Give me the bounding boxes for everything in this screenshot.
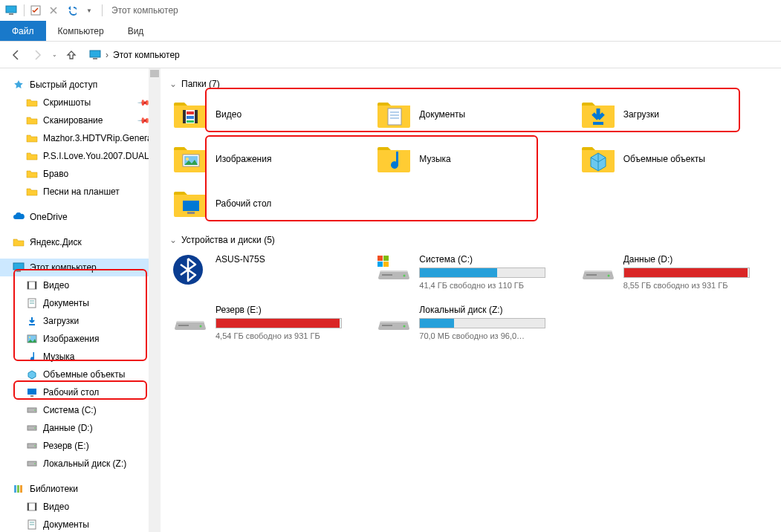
sidebar-item[interactable]: Резерв (E:) <box>0 437 161 455</box>
window-title: Этот компьютер <box>111 5 178 16</box>
drive-icon <box>172 254 208 284</box>
sidebar-item[interactable]: Сканирование📌 <box>0 111 161 129</box>
tab-view[interactable]: Вид <box>116 21 156 41</box>
sidebar-item[interactable]: Документы <box>0 516 161 532</box>
svg-point-23 <box>34 445 36 447</box>
item-icon <box>25 518 39 531</box>
sidebar-item[interactable]: Данные (D:) <box>0 419 161 437</box>
sidebar-item[interactable]: Видео <box>0 276 161 294</box>
breadcrumb-location[interactable]: Этот компьютер <box>113 50 180 60</box>
folder-icon <box>12 236 25 249</box>
sidebar-item[interactable]: Загрузки <box>0 312 161 330</box>
folder-icon <box>25 96 39 109</box>
svg-rect-4 <box>93 58 97 59</box>
sidebar-item[interactable]: P.S.I.Love.You.2007.DUAL.BDRip <box>0 147 161 165</box>
svg-rect-49 <box>187 212 195 214</box>
item-icon <box>25 403 39 417</box>
svg-point-25 <box>34 463 36 464</box>
folder-icon <box>25 149 39 163</box>
folder-icon <box>376 144 412 174</box>
drive-item[interactable]: Данные (D:)8,55 ГБ свободно из 931 ГБ <box>577 251 772 293</box>
folder-icon <box>25 132 39 145</box>
sidebar-item[interactable]: Рабочий стол <box>0 383 161 401</box>
chevron-down-icon: ⌄ <box>169 235 177 245</box>
folder-item[interactable]: Видео <box>169 95 364 134</box>
sidebar-item[interactable]: Объемные объекты <box>0 366 161 383</box>
qat-properties-icon[interactable] <box>27 2 44 19</box>
sidebar-quick-access[interactable]: Быстрый доступ <box>0 76 161 94</box>
breadcrumb[interactable]: › Этот компьютер <box>89 50 180 60</box>
drive-item[interactable]: Система (C:)41,4 ГБ свободно из 110 ГБ <box>373 251 568 293</box>
folder-icon <box>172 100 208 129</box>
sidebar-libraries[interactable]: Библиотеки <box>0 480 161 498</box>
item-icon <box>25 350 39 363</box>
svg-point-15 <box>29 337 30 338</box>
qat-dropdown-icon[interactable]: ▼ <box>81 2 97 19</box>
sidebar-yandex[interactable]: Яндекс.Диск <box>0 233 161 251</box>
drive-name: ASUS-N75S <box>215 254 361 265</box>
folder-item[interactable]: Музыка <box>373 140 568 178</box>
qat-close-icon[interactable] <box>45 2 62 19</box>
sidebar-item[interactable]: Система (C:) <box>0 401 161 419</box>
folder-item[interactable]: Загрузки <box>577 95 772 134</box>
forward-button[interactable] <box>28 46 46 64</box>
sidebar-item[interactable]: Mazhor.3.HDTVRip.GeneralFilm <box>0 129 161 147</box>
svg-point-19 <box>34 409 36 411</box>
folder-item[interactable]: Изображения <box>169 140 364 178</box>
sidebar-item[interactable]: Скриншоты📌 <box>0 94 161 111</box>
recent-dropdown[interactable]: ⌄ <box>49 46 59 64</box>
drive-name: Система (C:) <box>419 254 565 265</box>
svg-rect-54 <box>383 262 389 267</box>
svg-rect-28 <box>20 485 22 493</box>
sidebar-onedrive[interactable]: OneDrive <box>0 208 161 226</box>
back-button[interactable] <box>7 46 25 64</box>
svg-rect-5 <box>13 263 24 270</box>
svg-rect-6 <box>16 270 21 272</box>
drive-item[interactable]: Резерв (E:)4,54 ГБ свободно из 931 ГБ <box>169 302 364 343</box>
drive-item[interactable]: Локальный диск (Z:)70,0 МБ свободно из 9… <box>373 302 568 343</box>
drive-icon <box>376 254 412 284</box>
tab-computer[interactable]: Компьютер <box>46 21 116 41</box>
sidebar-scrollbar[interactable] <box>149 68 161 532</box>
folder-item[interactable]: Документы <box>373 95 568 134</box>
folder-item[interactable]: Рабочий стол <box>169 184 364 223</box>
item-icon <box>25 279 39 292</box>
svg-rect-0 <box>6 6 16 13</box>
item-icon <box>25 296 39 310</box>
svg-rect-52 <box>383 256 389 261</box>
svg-rect-56 <box>382 274 392 276</box>
svg-rect-16 <box>27 389 36 395</box>
svg-rect-40 <box>187 120 194 123</box>
pc-icon <box>89 50 101 60</box>
drive-name: Резерв (E:) <box>215 305 361 315</box>
item-icon <box>25 314 39 328</box>
qat-undo-icon[interactable] <box>63 2 80 19</box>
sidebar-item[interactable]: Изображения <box>0 330 161 348</box>
up-button[interactable] <box>62 46 80 64</box>
svg-rect-8 <box>27 282 29 289</box>
drive-item[interactable]: ASUS-N75S <box>169 251 364 293</box>
item-icon <box>25 439 39 452</box>
sidebar-item[interactable]: Браво <box>0 165 161 183</box>
sidebar-item[interactable]: Видео <box>0 498 161 516</box>
folder-icon <box>25 185 39 198</box>
folder-item[interactable]: Объемные объекты <box>577 140 772 178</box>
svg-rect-58 <box>586 274 597 276</box>
drive-subtext: 4,54 ГБ свободно из 931 ГБ <box>215 331 361 340</box>
folder-icon <box>172 144 208 174</box>
svg-rect-60 <box>178 325 189 326</box>
tab-file[interactable]: Файл <box>0 21 46 41</box>
svg-point-57 <box>607 275 609 277</box>
group-drives[interactable]: ⌄ Устройства и диски (5) <box>169 235 772 245</box>
sidebar-item[interactable]: Документы <box>0 294 161 312</box>
capacity-bar <box>419 267 545 278</box>
svg-rect-27 <box>17 485 19 493</box>
sidebar-this-pc[interactable]: Этот компьютер <box>0 259 161 276</box>
group-folders[interactable]: ⌄ Папки (7) <box>169 79 772 89</box>
sidebar-item[interactable]: Локальный диск (Z:) <box>0 455 161 473</box>
item-icon <box>25 457 39 470</box>
sidebar-item[interactable]: Музыка <box>0 348 161 366</box>
sidebar-item[interactable]: Песни на планшет <box>0 183 161 201</box>
main: Быстрый доступ Скриншоты📌Сканирование📌Ma… <box>0 68 781 532</box>
cloud-icon <box>12 210 25 224</box>
